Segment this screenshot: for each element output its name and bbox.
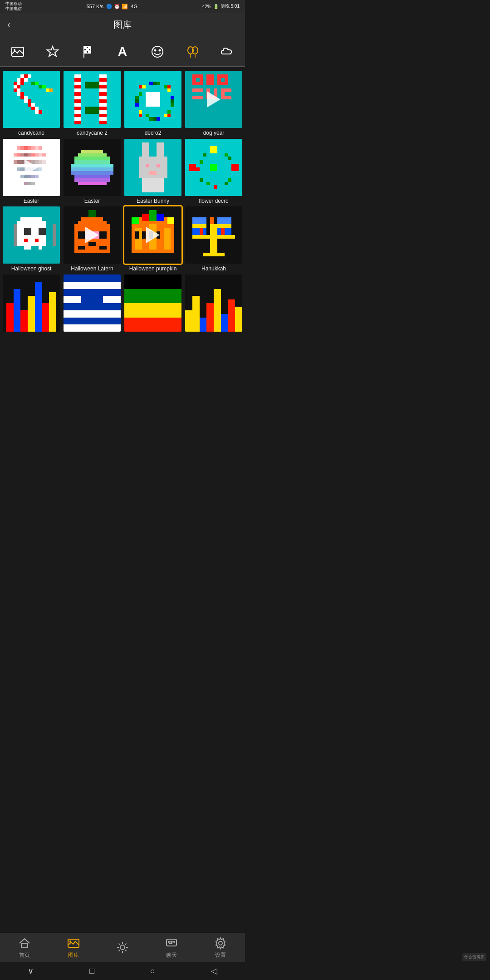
grid-thumb-halloweenghost[interactable]: [3, 206, 60, 264]
grid-item-easter2[interactable]: Easter: [63, 139, 122, 205]
grid-item-candycane[interactable]: candycane: [2, 71, 61, 137]
grid-item-partial1[interactable]: [2, 274, 61, 333]
back-button[interactable]: ‹: [7, 19, 10, 31]
grid-thumb-hanukkah[interactable]: [185, 206, 242, 264]
grid-label-candycane2: candycane 2: [77, 130, 108, 137]
grid-label-halloweenpumpkin: Halloween pumpkin: [129, 265, 177, 273]
grid-item-halloweenghost[interactable]: Halloween ghost: [2, 206, 61, 273]
battery-level: 42%: [202, 4, 211, 9]
grid-thumb-partial3[interactable]: [124, 274, 181, 332]
image-grid: candycanecandycane 2decro2dog yearEaster…: [0, 67, 245, 337]
grid-thumb-easterbunny[interactable]: [124, 139, 181, 196]
grid-thumb-decro2[interactable]: [124, 71, 181, 128]
grid-thumb-halloweenpumpkin[interactable]: [124, 206, 181, 264]
svg-marker-2: [47, 46, 58, 56]
grid-thumb-flowerdecro[interactable]: [185, 139, 242, 196]
top-bar: ‹ 图库: [0, 13, 245, 37]
category-star[interactable]: [43, 42, 63, 62]
svg-point-13: [152, 46, 163, 57]
grid-label-easterbunny: Easter Bunny: [137, 198, 169, 205]
grid-item-easterbunny[interactable]: Easter Bunny: [123, 139, 182, 205]
grid-thumb-partial1[interactable]: [3, 274, 60, 332]
grid-thumb-partial2[interactable]: [64, 274, 121, 332]
carrier1: 中国移动: [5, 1, 22, 6]
grid-thumb-easter2[interactable]: [64, 139, 121, 196]
carrier2: 中国电信: [5, 6, 22, 11]
play-icon-halloweenpumpkin: [146, 227, 160, 243]
svg-point-15: [159, 50, 161, 51]
grid-thumb-partial4[interactable]: [185, 274, 242, 332]
grid-item-flowerdecro[interactable]: flower decro: [184, 139, 243, 205]
grid-label-dogyear: dog year: [203, 130, 225, 137]
status-center: 557 K/s 🔵 ⏰ 📶 4G: [87, 4, 137, 10]
grid-label-candycane: candycane: [18, 130, 44, 137]
play-icon-dogyear: [207, 91, 220, 108]
play-icon-easter1: [24, 159, 38, 176]
status-right: 42% 🔋 傍晚 5:01: [202, 3, 240, 10]
grid-item-hanukkah[interactable]: Hanukkah: [184, 206, 243, 273]
grid-item-partial2[interactable]: [63, 274, 122, 333]
status-bar: 中国移动 中国电信 557 K/s 🔵 ⏰ 📶 4G 42% 🔋 傍晚 5:01: [0, 0, 245, 13]
grid-item-decro2[interactable]: decro2: [123, 71, 182, 137]
network-speed: 557 K/s: [87, 4, 103, 9]
clock: 傍晚 5:01: [220, 3, 240, 10]
signal-indicator: 4G: [131, 4, 137, 9]
play-icon-halloweenlatern: [85, 227, 99, 243]
grid-thumb-easter1[interactable]: [3, 139, 60, 196]
grid-label-hanukkah: Hanukkah: [201, 265, 226, 273]
category-flag[interactable]: [78, 42, 98, 62]
grid-item-partial3[interactable]: [123, 274, 182, 333]
grid-thumb-dogyear[interactable]: [185, 71, 242, 128]
grid-label-decro2: decro2: [145, 130, 162, 137]
svg-point-1: [14, 49, 15, 51]
svg-rect-12: [88, 51, 91, 53]
category-balloon[interactable]: [182, 42, 202, 62]
category-gallery[interactable]: [8, 42, 28, 62]
grid-item-easter1[interactable]: Easter: [2, 139, 61, 205]
svg-point-14: [155, 50, 156, 51]
grid-thumb-candycane[interactable]: [3, 71, 60, 128]
grid-item-dogyear[interactable]: dog year: [184, 71, 243, 137]
grid-thumb-halloweenlatern[interactable]: [64, 206, 121, 264]
category-text[interactable]: A: [113, 42, 132, 62]
grid-label-flowerdecro: flower decro: [199, 198, 228, 205]
grid-label-easter2: Easter: [84, 198, 100, 205]
grid-thumb-candycane2[interactable]: [64, 71, 121, 128]
grid-item-candycane2[interactable]: candycane 2: [63, 71, 122, 137]
page-title: 图库: [113, 19, 132, 31]
grid-label-easter1: Easter: [24, 198, 39, 205]
grid-item-partial4[interactable]: [184, 274, 243, 333]
category-weather[interactable]: [217, 42, 237, 62]
grid-item-halloweenlatern[interactable]: Halloween Latern: [63, 206, 122, 273]
category-bar: A: [0, 37, 245, 67]
carrier-info: 中国移动 中国电信: [5, 1, 22, 11]
grid-label-halloweenlatern: Halloween Latern: [71, 265, 113, 273]
category-emoji[interactable]: [147, 42, 167, 62]
grid-label-halloweenghost: Halloween ghost: [11, 265, 52, 273]
grid-item-halloweenpumpkin[interactable]: Halloween pumpkin: [123, 206, 182, 273]
